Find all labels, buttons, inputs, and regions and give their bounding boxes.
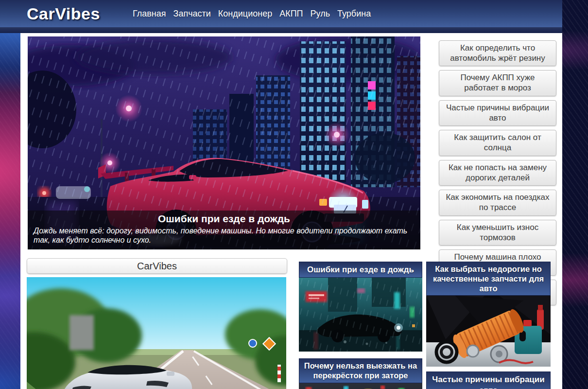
card-vibration[interactable]: Частые причины вибрации авто (426, 371, 551, 389)
middle-column: Ошибки при езде в дождь (299, 262, 422, 389)
navbar-inner: CarVibes Главная Запчасти Кондиционер АК… (0, 0, 562, 27)
page: CarVibes Главная Запчасти Кондиционер АК… (0, 0, 588, 389)
card-intersection-jam[interactable]: Почему нельзя выезжать на перекрёсток пр… (299, 358, 422, 389)
navbar-bottom-band (0, 27, 562, 33)
sidebar-link-akpp-frost[interactable]: Почему АКПП хуже работает в мороз (439, 70, 556, 96)
card-cheap-parts-title: Как выбрать недорогие но качественные за… (426, 262, 551, 296)
sidebar-link-tire-wear[interactable]: Как определить что автомобиль жрёт резин… (439, 40, 556, 66)
site-logo[interactable]: CarVibes (27, 4, 108, 23)
sidebar-link-vibration[interactable]: Частые причины вибрации авто (439, 100, 556, 126)
nav-item-wheel[interactable]: Руль (311, 9, 330, 19)
sidebar-link-salon-sun[interactable]: Как защитить салон от солнца (439, 130, 556, 156)
card-cheap-parts[interactable]: Как выбрать недорогие но качественные за… (426, 262, 551, 367)
hero-title: Ошибки при езде в дождь (34, 213, 415, 225)
nav-item-conditioner[interactable]: Кондиционер (218, 9, 272, 19)
right-column: Как выбрать недорогие но качественные за… (426, 262, 551, 389)
card-intersection-jam-title: Почему нельзя выезжать на перекрёсток пр… (299, 358, 422, 383)
sidebar-link-highway-economy[interactable]: Как экономить на поездках по трассе (439, 190, 556, 215)
hero-subtitle: Дождь меняет всё: дорогу, видимость, пов… (34, 226, 415, 245)
main-nav: Главная Запчасти Кондиционер АКПП Руль Т… (133, 9, 371, 19)
sidebar-link-expensive-parts[interactable]: Как не попасть на замену дорогих деталей (439, 160, 556, 186)
sidebar-link-brake-wear[interactable]: Как уменьшить износ тормозов (439, 220, 556, 246)
card-cheap-parts-image (426, 296, 551, 367)
hero-caption: Ошибки при езде в дождь Дождь меняет всё… (28, 211, 420, 249)
road-article-image[interactable] (27, 277, 286, 389)
top-navbar: CarVibes Главная Запчасти Кондиционер АК… (0, 0, 562, 33)
hero-article[interactable]: Ошибки при езде в дождь Дождь меняет всё… (28, 36, 420, 249)
card-rain-driving[interactable]: Ошибки при езде в дождь (299, 262, 422, 352)
nav-item-turbo[interactable]: Турбина (337, 9, 371, 19)
road-image (27, 277, 286, 389)
section-heading: CarVibes (27, 258, 287, 274)
card-vibration-title: Частые причины вибрации авто (426, 371, 551, 389)
nav-item-parts[interactable]: Запчасти (173, 9, 211, 19)
card-rain-driving-title: Ошибки при езде в дождь (299, 262, 422, 278)
nav-item-home[interactable]: Главная (133, 9, 166, 19)
card-rain-driving-image (299, 278, 422, 352)
content-area: Ошибки при езде в дождь Дождь меняет всё… (20, 33, 562, 389)
card-intersection-jam-image (299, 383, 422, 389)
nav-item-akpp[interactable]: АКПП (279, 9, 303, 19)
